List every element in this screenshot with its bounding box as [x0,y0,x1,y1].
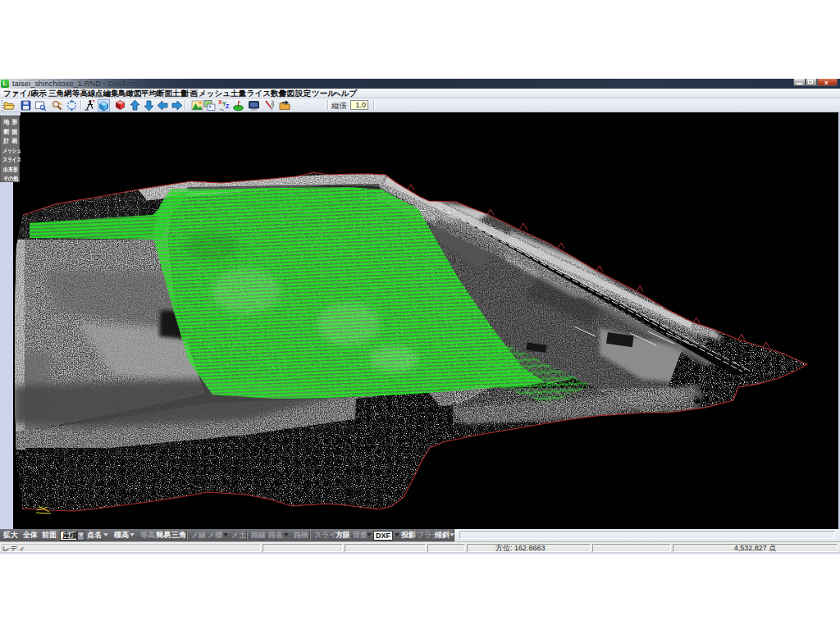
svg-text:Z: Z [226,103,230,109]
